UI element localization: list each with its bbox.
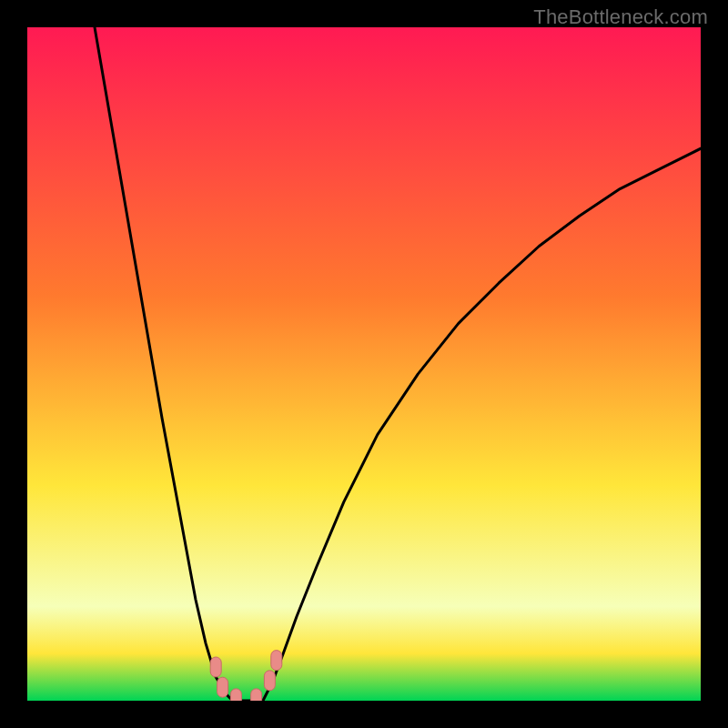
plot-area bbox=[27, 27, 701, 701]
data-marker bbox=[264, 671, 275, 691]
data-marker bbox=[251, 689, 262, 701]
data-marker bbox=[230, 689, 241, 701]
data-marker bbox=[210, 657, 221, 677]
data-marker bbox=[217, 677, 228, 697]
gradient-background bbox=[27, 27, 701, 701]
chart-svg bbox=[27, 27, 701, 701]
chart-frame: TheBottleneck.com bbox=[0, 0, 728, 728]
data-marker bbox=[271, 651, 282, 671]
watermark-text: TheBottleneck.com bbox=[533, 5, 708, 29]
